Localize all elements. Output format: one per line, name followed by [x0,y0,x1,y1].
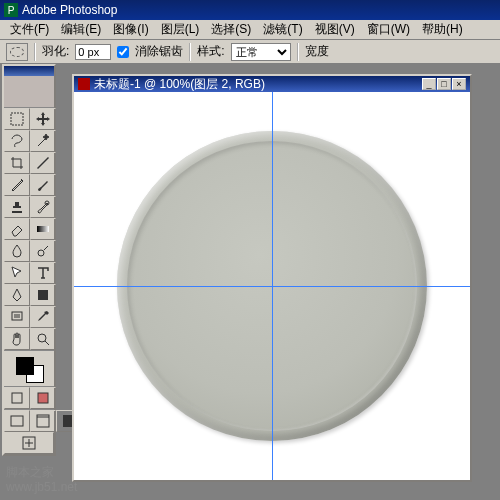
history-brush-tool[interactable] [30,196,56,218]
slice-tool[interactable] [30,152,56,174]
svg-rect-7 [12,393,22,403]
shape-tool[interactable] [30,284,56,306]
minimize-button[interactable]: _ [422,78,436,90]
toolbox [2,64,56,456]
pen-tool[interactable] [4,284,30,306]
feather-input[interactable] [75,44,111,60]
magic-wand-tool[interactable] [30,130,56,152]
watermark-line-1: 脚本之家 [6,465,77,479]
app-titlebar: P Adobe Photoshop [0,0,500,20]
menu-help[interactable]: 帮助(H) [416,19,469,40]
brush-tool[interactable] [30,174,56,196]
svg-point-3 [38,250,44,256]
app-icon: P [4,3,18,17]
color-swatches [4,350,54,386]
window-buttons: _ □ × [422,78,466,90]
close-button[interactable]: × [452,78,466,90]
stamp-tool[interactable] [4,196,30,218]
toolbox-preview [4,76,54,108]
zoom-tool[interactable] [30,328,56,350]
antialias-checkbox[interactable] [117,46,129,58]
menu-window[interactable]: 窗口(W) [361,19,416,40]
menu-image[interactable]: 图像(I) [107,19,154,40]
antialias-label: 消除锯齿 [135,43,183,60]
menubar: 文件(F) 编辑(E) 图像(I) 图层(L) 选择(S) 滤镜(T) 视图(V… [0,20,500,40]
svg-rect-2 [37,226,49,232]
svg-rect-4 [38,290,48,300]
canvas[interactable] [74,92,470,480]
guide-horizontal[interactable] [74,286,470,287]
foreground-swatch[interactable] [16,357,34,375]
app-title: Adobe Photoshop [22,3,117,17]
menu-view[interactable]: 视图(V) [309,19,361,40]
svg-rect-5 [12,312,22,320]
toolbox-titlebar[interactable] [4,66,54,76]
width-label: 宽度 [305,43,329,60]
rect-marquee-tool[interactable] [4,108,30,130]
menu-file[interactable]: 文件(F) [4,19,55,40]
menu-select[interactable]: 选择(S) [205,19,257,40]
screen-fullmenu[interactable] [30,410,56,432]
separator [297,43,299,61]
move-tool[interactable] [30,108,56,130]
menu-edit[interactable]: 编辑(E) [55,19,107,40]
standard-mode[interactable] [4,387,30,409]
jump-to-imageready[interactable] [4,432,54,454]
marquee-shape-icon[interactable] [6,43,28,61]
feather-label: 羽化: [42,43,69,60]
separator [189,43,191,61]
document-icon [78,78,90,90]
screen-standard[interactable] [4,410,30,432]
lasso-tool[interactable] [4,130,30,152]
dodge-tool[interactable] [30,240,56,262]
screen-row [4,409,54,432]
options-bar: 羽化: 消除锯齿 样式: 正常 宽度 [0,40,500,64]
crop-tool[interactable] [4,152,30,174]
notes-tool[interactable] [4,306,30,328]
healing-tool[interactable] [4,174,30,196]
menu-layer[interactable]: 图层(L) [155,19,206,40]
eyedropper-tool[interactable] [30,306,56,328]
gradient-tool[interactable] [30,218,56,240]
style-label: 样式: [197,43,224,60]
svg-rect-9 [11,416,23,426]
style-select[interactable]: 正常 [231,43,291,61]
path-select-tool[interactable] [4,262,30,284]
document-window: 未标题-1 @ 100%(图层 2, RGB) _ □ × [72,74,472,482]
type-tool[interactable] [30,262,56,284]
svg-point-6 [38,334,46,342]
blur-tool[interactable] [4,240,30,262]
tools-grid [4,108,54,350]
watermark-line-2: www.jb51.net [6,480,77,494]
separator [34,43,36,61]
hand-tool[interactable] [4,328,30,350]
menu-filter[interactable]: 滤镜(T) [257,19,308,40]
mode-row [4,386,54,409]
svg-rect-8 [38,393,48,403]
svg-rect-0 [11,113,23,125]
document-titlebar[interactable]: 未标题-1 @ 100%(图层 2, RGB) _ □ × [74,76,470,92]
document-title: 未标题-1 @ 100%(图层 2, RGB) [94,76,265,93]
watermark: 脚本之家 www.jb51.net [6,465,77,494]
quickmask-mode[interactable] [30,387,56,409]
maximize-button[interactable]: □ [437,78,451,90]
eraser-tool[interactable] [4,218,30,240]
